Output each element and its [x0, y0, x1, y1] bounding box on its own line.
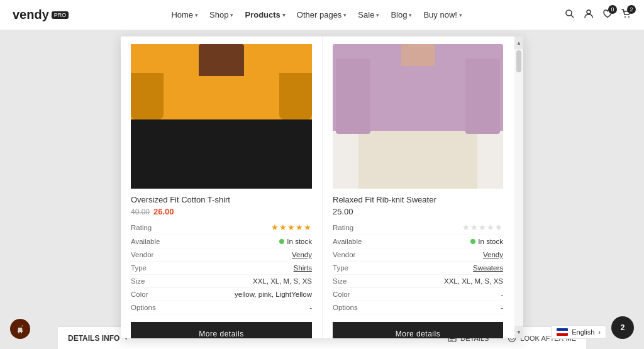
nav-item-home[interactable]: Home ▾ [171, 10, 198, 19]
scroll-down-icon: ▼ [516, 330, 521, 335]
products-grid: Oversized Fit Cotton T-shirt 40.00 26.00… [131, 36, 513, 338]
more-details-button-2[interactable]: More details [333, 322, 503, 338]
main-area: DETAILS INFO ▾ DETAILS LOOK AFTER ME [0, 30, 644, 349]
type-link-2[interactable]: Sweaters [473, 264, 503, 272]
language-chevron-icon: › [598, 328, 601, 336]
price-new-1: 26.00 [153, 207, 174, 216]
svg-point-0 [566, 10, 572, 16]
logo[interactable]: vendy PRO [13, 8, 69, 22]
in-stock-badge-2: In stock [370, 238, 503, 245]
chevron-icon: ▾ [343, 12, 347, 18]
shopify-icon [14, 323, 26, 335]
scroll-up-icon: ▲ [516, 40, 521, 46]
scroll-down-button[interactable]: ▼ [514, 326, 523, 338]
vendor-link-1[interactable]: Vendy [292, 251, 312, 258]
table-row: Rating ★★★★★ [131, 220, 312, 235]
nav-links: Home ▾ Shop ▾ Products ▾ Other pages ▾ S… [171, 10, 462, 19]
table-row: Type Shirts [131, 262, 312, 275]
shopify-badge[interactable] [10, 319, 30, 339]
svg-point-4 [628, 16, 630, 18]
available-label: Available [131, 235, 169, 248]
options-value-2: - [370, 301, 503, 314]
options-label: Options [333, 301, 370, 314]
color-value-2: - [370, 288, 503, 301]
svg-point-3 [625, 16, 626, 18]
more-details-button-1[interactable]: More details [131, 322, 312, 338]
user-button[interactable] [584, 9, 594, 21]
navbar: vendy PRO Home ▾ Shop ▾ Products ▾ Other… [0, 0, 644, 30]
product-card-2: Relaxed Fit Rib-knit Sweater 25.00 Ratin… [322, 36, 513, 338]
in-stock-badge-1: In stock [169, 238, 312, 245]
color-value-1: yellow, pink, LightYellow [169, 288, 312, 301]
table-row: Options - [333, 301, 503, 314]
table-row: Color - [333, 288, 503, 301]
table-row: Rating ★★★★★ [333, 220, 503, 235]
in-stock-dot [279, 239, 284, 244]
available-label: Available [333, 235, 370, 248]
wishlist-button[interactable]: 0 [602, 9, 613, 21]
vendor-link-2[interactable]: Vendy [483, 251, 503, 258]
chevron-icon: ▾ [230, 12, 233, 18]
rating-stars-1: ★★★★★ [169, 220, 312, 235]
nav-item-sale[interactable]: Sale ▾ [358, 10, 379, 19]
product-modal: ▲ ▼ [121, 36, 523, 338]
fab-label: 2 [621, 323, 625, 332]
table-row: Vendor Vendy [333, 248, 503, 262]
nav-item-buynow[interactable]: Buy now! ▾ [423, 10, 462, 19]
size-label: Size [333, 275, 370, 288]
search-button[interactable] [565, 9, 575, 21]
product-title-2: Relaxed Fit Rib-knit Sweater [333, 195, 503, 204]
chevron-icon: ▾ [282, 12, 286, 18]
cart-badge: 2 [627, 5, 636, 14]
product-card-1: Oversized Fit Cotton T-shirt 40.00 26.00… [131, 36, 322, 338]
table-row: Size XXL, XL, M, S, XS [131, 275, 312, 288]
product-price-2: 25.00 [333, 207, 503, 216]
price-old-1: 40.00 [131, 208, 150, 216]
size-value-2: XXL, XL, M, S, XS [370, 275, 503, 288]
in-stock-dot [470, 239, 475, 244]
product-info-table-2: Rating ★★★★★ Available In [333, 220, 503, 314]
product-info-table-1: Rating ★★★★★ Available In [131, 220, 312, 314]
svg-point-10 [18, 332, 19, 333]
product-image-1 [131, 44, 312, 189]
type-label: Type [131, 262, 169, 275]
flag-icon [557, 328, 568, 336]
modal-overlay: ▲ ▼ [0, 30, 644, 349]
logo-text: vendy [13, 8, 49, 22]
nav-item-other[interactable]: Other pages ▾ [297, 10, 347, 19]
nav-item-shop[interactable]: Shop ▾ [209, 10, 233, 19]
nav-icons: 0 2 [565, 9, 631, 21]
svg-line-1 [571, 15, 574, 18]
table-row: Color yellow, pink, LightYellow [131, 288, 312, 301]
vendor-label: Vendor [131, 248, 169, 262]
chevron-icon: ▾ [409, 12, 412, 18]
svg-point-2 [587, 10, 591, 14]
nav-item-blog[interactable]: Blog ▾ [391, 10, 412, 19]
floating-action-button[interactable]: 2 [611, 316, 634, 339]
vendor-label: Vendor [333, 248, 370, 262]
language-label: English [572, 328, 594, 336]
pro-badge: PRO [52, 11, 69, 19]
color-label: Color [333, 288, 370, 301]
cart-button[interactable]: 2 [621, 9, 631, 21]
table-row: Available In stock [333, 235, 503, 248]
scroll-up-button[interactable]: ▲ [514, 36, 523, 49]
rating-label: Rating [131, 220, 169, 235]
table-row: Type Sweaters [333, 262, 503, 275]
nav-item-products[interactable]: Products ▾ [245, 10, 285, 19]
table-row: Vendor Vendy [131, 248, 312, 262]
rating-label: Rating [333, 220, 370, 235]
price-single-2: 25.00 [333, 207, 353, 216]
product-title-1: Oversized Fit Cotton T-shirt [131, 195, 312, 204]
options-label: Options [131, 301, 169, 314]
table-row: Size XXL, XL, M, S, XS [333, 275, 503, 288]
scrollbar-thumb[interactable] [516, 50, 521, 72]
language-selector[interactable]: English › [551, 325, 606, 339]
size-value-1: XXL, XL, M, S, XS [169, 275, 312, 288]
type-link-1[interactable]: Shirts [294, 264, 312, 272]
table-row: Available In stock [131, 235, 312, 248]
chevron-icon: ▾ [459, 12, 462, 18]
chevron-icon: ▾ [195, 12, 198, 18]
options-value-1: - [169, 301, 312, 314]
rating-stars-2: ★★★★★ [370, 220, 503, 235]
